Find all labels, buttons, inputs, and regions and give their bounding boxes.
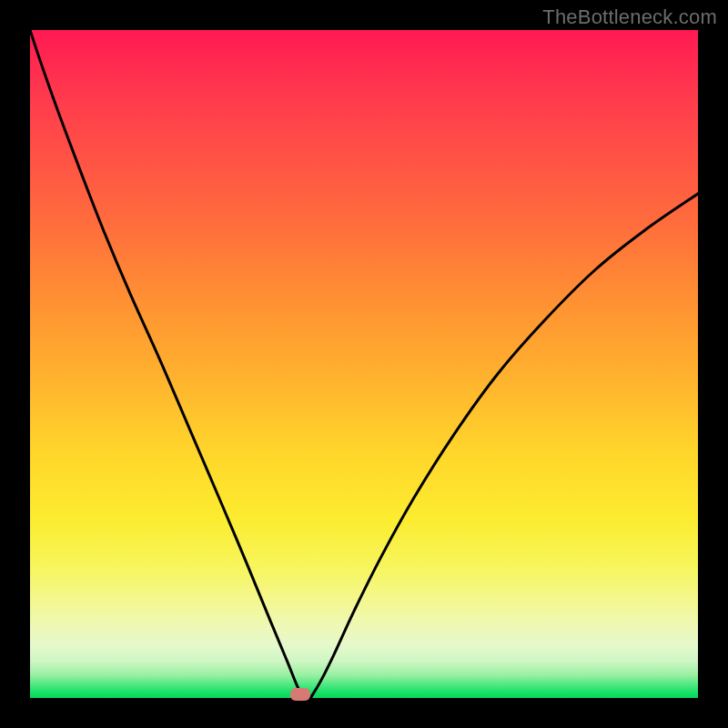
- watermark-label: TheBottleneck.com: [542, 5, 717, 29]
- minimum-marker: [290, 688, 310, 700]
- bottleneck-curve: [30, 30, 698, 698]
- series-right-branch: [310, 194, 698, 698]
- plot-area: [30, 30, 698, 698]
- series-left-branch: [30, 30, 304, 698]
- chart-frame: TheBottleneck.com: [0, 0, 728, 728]
